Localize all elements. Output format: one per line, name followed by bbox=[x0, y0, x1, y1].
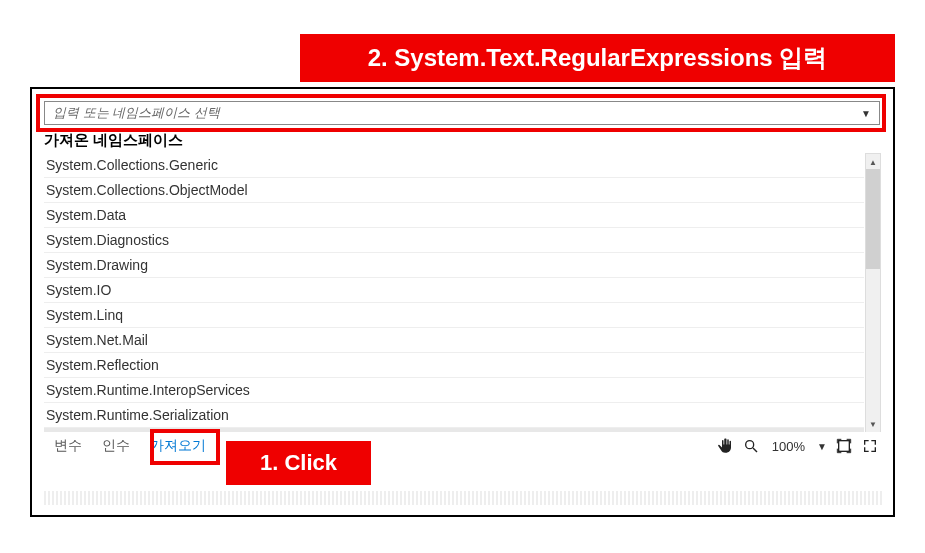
svg-point-0 bbox=[746, 441, 754, 449]
callout-step-1-text: 1. Click bbox=[260, 450, 337, 476]
namespace-input-placeholder: 입력 또는 네임스페이스 선택 bbox=[49, 104, 857, 122]
list-item[interactable]: System.Diagnostics bbox=[44, 228, 864, 253]
list-item[interactable]: System.Collections.Generic bbox=[44, 153, 864, 178]
fullscreen-icon[interactable] bbox=[861, 437, 879, 455]
list-item[interactable]: System.Runtime.Serialization bbox=[44, 403, 864, 428]
scroll-down-icon[interactable]: ▼ bbox=[866, 416, 880, 432]
scroll-thumb[interactable] bbox=[866, 169, 880, 269]
window-frame: 입력 또는 네임스페이스 선택 ▼ 가져온 네임스페이스 System.Coll… bbox=[30, 87, 895, 517]
tab-variables[interactable]: 변수 bbox=[44, 433, 92, 459]
callout-step-2: 2. System.Text.RegularExpressions 입력 bbox=[300, 34, 895, 82]
svg-line-1 bbox=[753, 448, 757, 452]
resize-grip[interactable] bbox=[44, 491, 884, 505]
zoom-icon[interactable] bbox=[742, 437, 760, 455]
svg-rect-2 bbox=[839, 441, 850, 452]
list-item[interactable]: System.Reflection bbox=[44, 353, 864, 378]
list-item[interactable]: System.Collections.ObjectModel bbox=[44, 178, 864, 203]
status-bar-right: 100% ▼ bbox=[716, 432, 879, 460]
list-item[interactable]: System.Net.Mail bbox=[44, 328, 864, 353]
tab-arguments[interactable]: 인수 bbox=[92, 433, 140, 459]
zoom-level: 100% bbox=[768, 439, 809, 454]
list-item[interactable]: System.Runtime.InteropServices bbox=[44, 378, 864, 403]
tab-imports[interactable]: 가져오기 bbox=[140, 433, 216, 459]
namespace-input[interactable]: 입력 또는 네임스페이스 선택 ▼ bbox=[44, 101, 880, 125]
callout-step-1: 1. Click bbox=[226, 441, 371, 485]
zoom-dropdown-icon[interactable]: ▼ bbox=[817, 441, 827, 452]
list-item[interactable]: System.Data bbox=[44, 203, 864, 228]
list-item[interactable]: System.Linq bbox=[44, 303, 864, 328]
scroll-up-icon[interactable]: ▲ bbox=[866, 154, 880, 170]
callout-step-2-text: 2. System.Text.RegularExpressions 입력 bbox=[368, 42, 828, 74]
fit-screen-icon[interactable] bbox=[835, 437, 853, 455]
chevron-down-icon[interactable]: ▼ bbox=[857, 108, 875, 119]
pan-hand-icon[interactable] bbox=[716, 437, 734, 455]
namespace-list[interactable]: System.Collections.Generic System.Collec… bbox=[44, 153, 864, 433]
list-item[interactable]: System.IO bbox=[44, 278, 864, 303]
list-header: 가져온 네임스페이스 bbox=[44, 131, 183, 150]
list-item[interactable]: System.Drawing bbox=[44, 253, 864, 278]
